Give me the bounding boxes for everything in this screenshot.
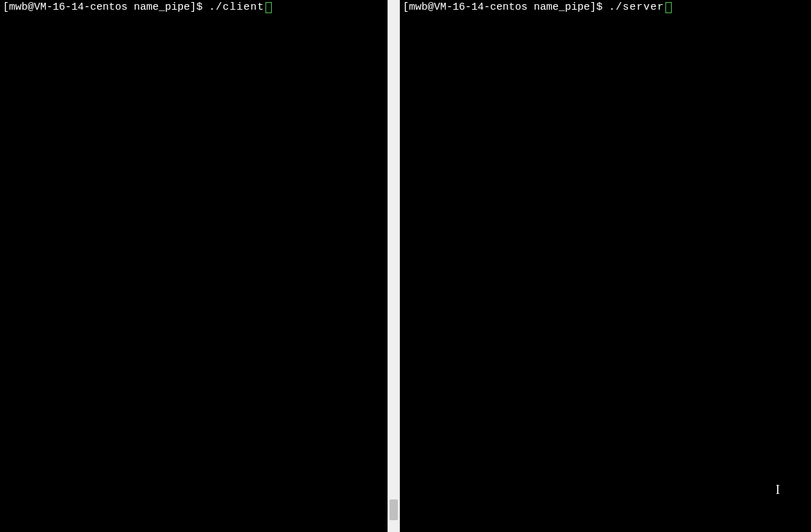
scrollbar-thumb[interactable] xyxy=(390,499,398,520)
command-text: ./client xyxy=(209,1,264,13)
scrollbar-left[interactable] xyxy=(387,0,399,532)
prompt-line-right[interactable]: [mwb@VM-16-14-centos name_pipe]$ ./serve… xyxy=(403,1,808,14)
prompt-open-bracket: [ xyxy=(403,1,409,13)
prompt-user: mwb xyxy=(9,1,28,13)
command-text: ./server xyxy=(609,1,664,13)
prompt-at: @ xyxy=(28,1,34,13)
prompt-dir: name_pipe xyxy=(534,1,590,13)
prompt-dollar: $ xyxy=(196,1,209,13)
prompt-line-left[interactable]: [mwb@VM-16-14-centos name_pipe]$ ./clien… xyxy=(3,1,396,14)
prompt-host: VM-16-14-centos xyxy=(434,1,527,13)
cursor-icon xyxy=(665,2,672,13)
prompt-user: mwb xyxy=(409,1,428,13)
prompt-dir: name_pipe xyxy=(134,1,190,13)
prompt-close-bracket: ] xyxy=(190,1,196,13)
cursor-icon xyxy=(265,2,272,13)
terminal-pane-left[interactable]: [mwb@VM-16-14-centos name_pipe]$ ./clien… xyxy=(0,0,399,532)
prompt-host: VM-16-14-centos xyxy=(34,1,128,13)
terminal-pane-right[interactable]: [mwb@VM-16-14-centos name_pipe]$ ./serve… xyxy=(399,0,811,532)
prompt-at: @ xyxy=(428,1,434,13)
text-cursor-icon: I xyxy=(776,483,780,497)
prompt-dollar: $ xyxy=(596,1,609,13)
prompt-open-bracket: [ xyxy=(3,1,9,13)
prompt-close-bracket: ] xyxy=(590,1,596,13)
